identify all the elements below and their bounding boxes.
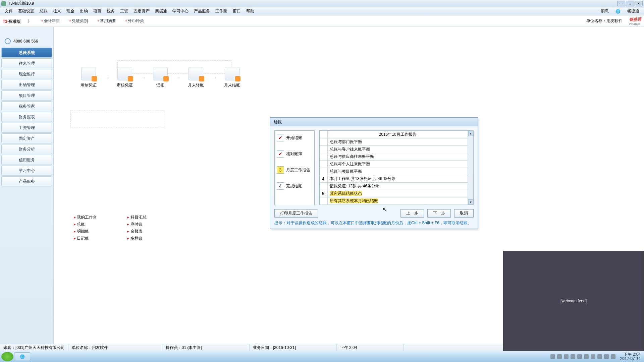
- menu-gl[interactable]: 总账: [38, 8, 50, 15]
- sublink-balance[interactable]: 余额表: [127, 229, 146, 234]
- sidebar-item-payroll[interactable]: 工资管理: [1, 123, 52, 133]
- menu-cash[interactable]: 现金: [64, 8, 76, 15]
- menu-workcircle[interactable]: 工作圈: [213, 8, 229, 15]
- step-finish[interactable]: 4完成结账: [276, 181, 313, 191]
- cancel-button[interactable]: 取消: [454, 209, 474, 218]
- volume-icon[interactable]: [611, 354, 615, 359]
- flow-node-transfer[interactable]: 月末转账: [188, 67, 204, 88]
- print-report-button[interactable]: 打印月度工作报告: [274, 209, 318, 218]
- sidebar-item-project[interactable]: 项目管理: [1, 90, 52, 101]
- tray-icon[interactable]: [550, 354, 555, 359]
- sublink-summary[interactable]: 科目汇总: [127, 215, 146, 220]
- table-row: 5.其它系统结账状态: [320, 190, 468, 197]
- taskbar-clock[interactable]: 下午 2:042017-07-14: [620, 352, 641, 361]
- webcam-overlay: [webcam feed]: [503, 251, 644, 351]
- tray-icon[interactable]: [571, 354, 575, 359]
- menu-cashier[interactable]: 出纳: [78, 8, 90, 15]
- flow-node-voucher[interactable]: 填制凭证: [80, 67, 97, 88]
- toolbar-link-vouchertype[interactable]: 凭证类别: [69, 18, 88, 24]
- sublink-workbench[interactable]: 我的工作台: [74, 215, 97, 220]
- sub-links: 我的工作台 总账 明细账 日记账 科目汇总 序时账 余额表 多栏账: [74, 215, 147, 241]
- sidebar-item-analysis[interactable]: 财务分析: [1, 144, 52, 154]
- menubar: 文件 基础设置 总账 往来 现金 出纳 项目 税务 工资 固定资产 票据通 学习…: [0, 7, 644, 15]
- check-icon: ✔: [277, 150, 284, 158]
- sidebar-item-learn[interactable]: 学习中心: [1, 166, 52, 176]
- scrollbar[interactable]: ▲ ▼: [468, 131, 473, 205]
- sidebar-item-credit[interactable]: 信用服务: [1, 155, 52, 165]
- tray-icon[interactable]: [577, 354, 582, 359]
- menu-fa[interactable]: 固定资产: [131, 8, 152, 15]
- sidebar-item-fa[interactable]: 固定资产: [1, 133, 52, 143]
- step-report[interactable]: 3月度工作报告: [276, 165, 313, 175]
- sidebar-item-cash[interactable]: 现金银行: [1, 69, 52, 79]
- flow-node-post[interactable]: 记账: [153, 67, 168, 88]
- menu-message[interactable]: 消息: [599, 8, 611, 15]
- globe-icon: 🌐: [613, 8, 623, 14]
- toolbar-link-account[interactable]: 会计科目: [41, 18, 60, 24]
- step-start[interactable]: ✔开始结账: [276, 133, 313, 143]
- taskbar: 🌐 下午 2:042017-07-14: [0, 351, 644, 362]
- table-row: 总账与项目账平衡: [320, 168, 468, 175]
- arrow-icon: →: [103, 74, 110, 81]
- menu-basicsetup[interactable]: 基础设置: [16, 8, 36, 15]
- scroll-up-icon[interactable]: ▲: [468, 131, 473, 136]
- next-button[interactable]: 下一步: [427, 209, 451, 218]
- menu-tax[interactable]: 税务: [105, 8, 117, 15]
- sidebar-item-tax[interactable]: 税务管家: [1, 101, 52, 111]
- table-row: 总账与客户往来账平衡: [320, 146, 468, 153]
- menu-payroll[interactable]: 工资: [118, 8, 130, 15]
- toolbar-link-currency[interactable]: 外币种类: [125, 18, 144, 24]
- sublink-journal[interactable]: 日记账: [74, 236, 97, 241]
- menu-notes[interactable]: 票据通: [153, 8, 169, 15]
- menu-product[interactable]: 产品服务: [192, 8, 212, 15]
- sublink-gl[interactable]: 总账: [74, 222, 97, 227]
- arrow-icon: →: [174, 74, 181, 81]
- close-month-icon: [225, 67, 239, 80]
- sidebar-item-gl[interactable]: 总账系统: [1, 48, 52, 58]
- start-button[interactable]: [1, 352, 13, 361]
- flow-node-close[interactable]: 月末结账: [224, 67, 240, 88]
- menu-project[interactable]: 项目: [91, 8, 103, 15]
- tray-icon[interactable]: [584, 354, 589, 359]
- tray-icon[interactable]: [591, 354, 595, 359]
- menu-window[interactable]: 窗口: [231, 8, 243, 15]
- sidebar-item-product[interactable]: 产品服务: [1, 176, 52, 186]
- chevron-icon[interactable]: ⟫: [28, 19, 30, 23]
- audit-icon: [117, 67, 132, 80]
- taskbar-app[interactable]: 🌐: [14, 352, 30, 361]
- wizard-steps: ✔开始结账 ✔核对账簿 3月度工作报告 4完成结账: [274, 130, 315, 205]
- check-icon: ✔: [277, 134, 284, 141]
- scroll-down-icon[interactable]: ▼: [468, 199, 473, 205]
- tray-icon[interactable]: [557, 354, 562, 359]
- sublink-chrono[interactable]: 序时账: [127, 222, 146, 227]
- menu-help[interactable]: 帮助: [244, 8, 256, 15]
- sublink-multi[interactable]: 多栏账: [127, 236, 146, 241]
- window-titlebar: T3-标准版10.9 — □ ✕: [0, 0, 644, 7]
- support-phone: 4006 600 566: [5, 38, 38, 44]
- tray-icon[interactable]: [604, 354, 609, 359]
- tray-icon[interactable]: [597, 354, 602, 359]
- tray-icon[interactable]: [564, 354, 569, 359]
- toolbar-link-summary[interactable]: 常用摘要: [97, 18, 116, 24]
- maximize-button[interactable]: □: [626, 1, 634, 6]
- window-title: T3-标准版10.9: [8, 1, 34, 6]
- flow-node-audit[interactable]: 审核凭证: [117, 67, 133, 88]
- dialog-hint: 提示：对于误操作造成的结账，可以在本窗口中选择要取消结账的月份后，按Ctrl +…: [270, 220, 478, 229]
- menu-ar[interactable]: 往来: [51, 8, 63, 15]
- menu-learn[interactable]: 学习中心: [170, 8, 191, 15]
- menu-cjt[interactable]: 畅捷通: [625, 8, 641, 15]
- sublink-detail[interactable]: 明细账: [74, 229, 97, 234]
- minimize-button[interactable]: —: [617, 1, 625, 6]
- sidebar-item-report[interactable]: 财务报表: [1, 112, 52, 122]
- status-time: 下午 2:04: [337, 344, 404, 351]
- table-row: 4.本月工作量 共13张凭证 共 46 条分录: [320, 175, 468, 183]
- step-verify[interactable]: ✔核对账簿: [276, 149, 313, 159]
- sidebar-item-ar[interactable]: 往来管理: [1, 58, 52, 68]
- menu-file[interactable]: 文件: [3, 8, 15, 15]
- app-icon: [1, 1, 6, 6]
- table-row: 总账与部门账平衡: [320, 138, 468, 146]
- table-row: 记账凭证: 13张 共 46条分录: [320, 183, 468, 190]
- close-button[interactable]: ✕: [635, 1, 643, 6]
- sidebar-item-cashier[interactable]: 出纳管理: [1, 80, 52, 90]
- prev-button[interactable]: 上一步: [400, 209, 424, 218]
